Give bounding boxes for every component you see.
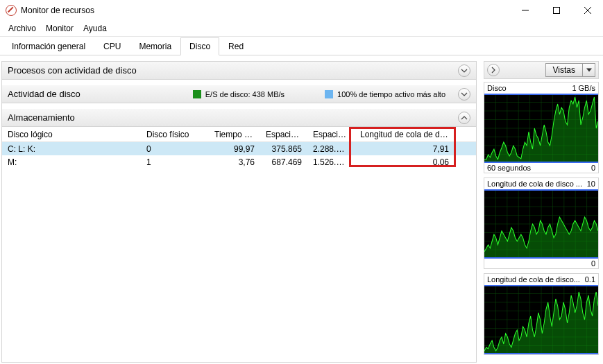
svg-rect-1 [553,8,559,14]
tabs: Información general CPU Memoria Disco Re… [0,37,603,55]
section-processes-header[interactable]: Procesos con actividad de disco [2,62,476,80]
menu-ayuda[interactable]: Ayuda [79,22,111,35]
chart-block: Disco 1 GB/s 60 segundos 0 [484,82,599,173]
menu-monitor[interactable]: Monitor [42,22,78,35]
chevron-right-icon[interactable] [487,64,500,76]
views-button[interactable]: Vistas [545,63,595,77]
window-title: Monitor de recursos [21,6,94,15]
tab-overview[interactable]: Información general [3,37,94,55]
active-time-badge-icon [325,90,333,98]
chevron-down-icon[interactable] [458,88,470,101]
section-processes-title: Procesos con actividad de disco [8,65,137,76]
section-storage-header[interactable]: Almacenamiento [2,109,476,127]
chart-footer-left: 60 segundos [487,164,531,172]
chart-max-label: 1 GB/s [572,84,595,92]
col-total[interactable]: Espacio t... [307,128,355,141]
table-header-row: Disco lógico Disco físico Tiempo d... Es… [2,127,476,142]
col-physical[interactable]: Disco físico [141,128,209,141]
chart-canvas [484,285,598,354]
io-rate-label: E/S de disco: 438 MB/s [205,90,284,98]
chart-block: Longitud de cola de disco ... 10 0 [484,177,599,269]
close-button[interactable] [572,0,603,21]
col-space[interactable]: Espacio ... [260,128,307,141]
chart-block: Longitud de cola de disco... 0.1 [484,273,599,355]
chevron-down-icon[interactable] [458,64,470,77]
maximize-button[interactable] [541,0,572,21]
tab-network[interactable]: Red [219,37,253,55]
chart-footer-right: 0 [591,259,595,268]
table-row[interactable]: M: 1 3,76 687.469 1.526.080 0,06 [2,155,476,168]
titlebar: Monitor de recursos [0,0,603,21]
chart-canvas [484,94,598,163]
io-badge-icon [193,90,201,98]
app-icon [6,5,17,16]
chart-title: Disco [487,84,507,92]
storage-table: Disco lógico Disco físico Tiempo d... Es… [2,127,476,362]
minimize-button[interactable] [509,0,541,21]
tab-disk[interactable]: Disco [180,37,219,55]
section-storage-title: Almacenamiento [8,112,75,123]
chart-title: Longitud de cola de disco ... [487,180,582,188]
views-label: Vistas [546,65,582,75]
menu-archivo[interactable]: Archivo [4,22,40,35]
active-time-label: 100% de tiempo activo más alto [337,90,445,98]
col-queue[interactable]: Longitud de cola de disco [355,128,455,141]
chart-canvas [484,189,598,259]
chart-title: Longitud de cola de disco... [487,275,580,284]
table-row[interactable]: C: L: K: 0 99,97 375.865 2.288.576 7,91 [2,142,476,155]
tab-cpu[interactable]: CPU [94,37,130,55]
left-panel: Procesos con actividad de disco Activida… [1,61,477,363]
tab-memory[interactable]: Memoria [130,37,180,55]
chevron-up-icon[interactable] [458,112,470,124]
menubar: Archivo Monitor Ayuda [0,21,603,37]
section-activity-header[interactable]: Actividad de disco E/S de disco: 438 MB/… [2,85,476,103]
chart-max-label: 0.1 [585,275,595,284]
chart-footer-right: 0 [591,164,595,172]
dropdown-icon[interactable] [582,64,595,76]
right-panel: Vistas Disco 1 GB/s 60 segundos 0 Longit… [484,61,599,363]
chart-max-label: 10 [587,180,595,188]
col-logical[interactable]: Disco lógico [2,128,141,141]
section-activity-title: Actividad de disco [8,89,80,99]
col-time[interactable]: Tiempo d... [209,128,260,141]
right-toolbar: Vistas [484,61,599,79]
